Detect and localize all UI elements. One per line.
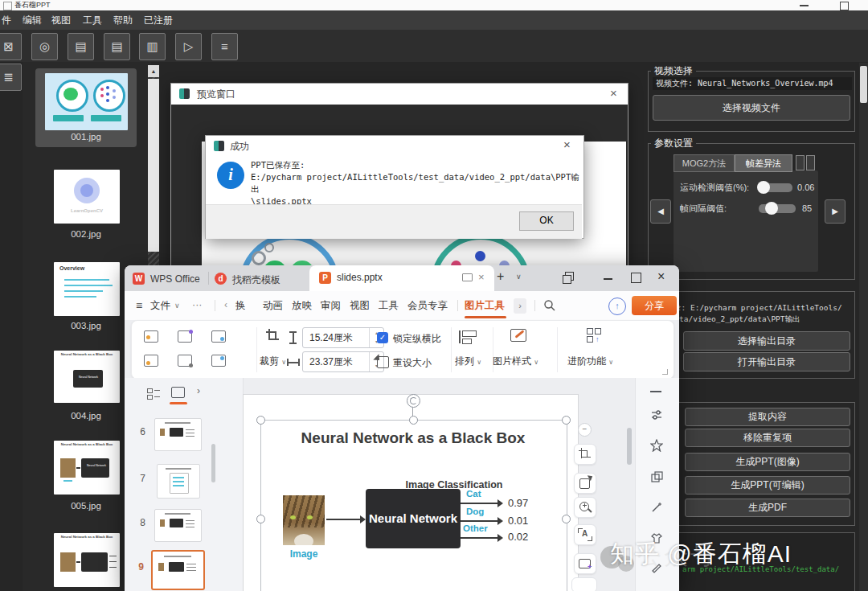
tab-toggle-1[interactable]	[796, 155, 805, 170]
advanced-icon[interactable]: ↑	[587, 328, 601, 342]
dialog-titlebar[interactable]: 成功 ×	[206, 136, 582, 157]
magic-wand-icon[interactable]	[650, 501, 663, 514]
wps-tab-review[interactable]: 审阅	[321, 299, 341, 313]
outline-view-icon[interactable]	[147, 388, 160, 399]
scrollbar-thumb[interactable]	[148, 79, 159, 252]
preview-close-icon[interactable]: ×	[610, 86, 617, 100]
tab-mog2[interactable]: MOG2方法	[674, 154, 735, 172]
wps-tab-slideshow[interactable]: 放映	[292, 299, 312, 313]
slide-thumb-6[interactable]	[154, 418, 202, 451]
thumb-003[interactable]: Overview	[54, 262, 120, 316]
wps-maximize-icon[interactable]	[631, 273, 641, 283]
slider1-knob[interactable]	[757, 181, 770, 194]
thumb-006[interactable]: Neural Network as a Black Box	[54, 533, 120, 587]
shirt-skin-icon[interactable]	[650, 531, 663, 544]
menu-view[interactable]: 视图	[51, 14, 71, 27]
collapse-toolbar-icon[interactable]: −	[578, 423, 592, 437]
remove-duplicates-button[interactable]: 移除重复项	[685, 429, 850, 447]
extract-content-button[interactable]: 提取内容	[685, 408, 850, 426]
reset-size-label[interactable]: 重设大小	[393, 356, 432, 370]
ai-picture-icon[interactable]	[178, 330, 192, 343]
wps-close-icon[interactable]: ×	[657, 269, 665, 284]
cat-image[interactable]	[283, 495, 325, 545]
wps-tab-animation[interactable]: 动画	[263, 299, 283, 313]
hamburger-icon[interactable]: ≡	[136, 299, 142, 312]
maximize-icon[interactable]	[840, 2, 849, 10]
arrange-label[interactable]: 排列 ∨	[455, 355, 481, 368]
side-list-icon[interactable]: ≣	[0, 64, 22, 91]
thumb-004[interactable]: Neural Network as a Black Box Neural Net…	[54, 351, 120, 403]
sidebar-collapse-icon[interactable]	[650, 391, 661, 392]
dialog-close-icon[interactable]: ×	[563, 137, 571, 151]
slide-thumb-8[interactable]	[154, 509, 202, 542]
picture-style-label[interactable]: 图片样式 ∨	[493, 355, 538, 368]
slide-thumb-7[interactable]	[157, 464, 200, 499]
picture-style-icon[interactable]	[510, 329, 526, 342]
tab-close-icon[interactable]: ×	[478, 271, 485, 283]
slide-panel-scrollbar[interactable]	[211, 444, 215, 482]
lock-aspect-checkbox[interactable]: ✓	[377, 332, 388, 343]
picture-fill-icon[interactable]	[144, 355, 158, 367]
settings-sliders-icon[interactable]	[650, 408, 663, 421]
advanced-label[interactable]: 进阶功能 ∨	[567, 355, 613, 368]
more-menu-icon[interactable]: ···	[192, 299, 203, 310]
canvas-scrollbar[interactable]	[627, 428, 632, 465]
close-box-icon[interactable]: ⊠	[0, 33, 22, 60]
selection-handle[interactable]	[562, 515, 571, 523]
record-icon[interactable]: ◎	[31, 33, 58, 60]
menu-help[interactable]: 帮助	[113, 14, 133, 27]
layers-icon[interactable]	[650, 470, 663, 483]
zoom-tool-icon[interactable]	[574, 497, 596, 518]
restore-icon[interactable]	[563, 272, 575, 285]
wps-tab-tools[interactable]: 工具	[379, 299, 399, 313]
picture-edit-tool-icon[interactable]: +	[574, 553, 596, 574]
slide-thumb-9-selected[interactable]	[151, 550, 205, 590]
change-picture-icon[interactable]	[211, 330, 226, 343]
thumb-001[interactable]: 001.jpg	[35, 68, 137, 147]
insert-picture-icon[interactable]	[144, 330, 158, 343]
prev-arrow-button[interactable]: ◀	[650, 199, 671, 224]
chart-columns-icon[interactable]: ▥	[139, 33, 166, 60]
slide-view-icon[interactable]	[171, 387, 185, 398]
tab-wps-office[interactable]: W WPS Office	[129, 269, 205, 289]
ocr-tool-icon[interactable]: A	[574, 524, 596, 545]
ribbon-corner-icon[interactable]	[662, 369, 668, 375]
width-field[interactable]: 23.37厘米 ▴ ▾	[302, 351, 384, 372]
choose-video-button[interactable]: 选择视频文件	[653, 95, 850, 121]
crop-icon[interactable]	[266, 329, 279, 342]
crop-label[interactable]: 裁剪 ∨	[260, 355, 286, 368]
new-tab-icon[interactable]: +	[497, 269, 504, 284]
cloud-upload-icon[interactable]: ↑	[608, 298, 626, 315]
open-output-button[interactable]: 打开输出目录	[683, 352, 850, 371]
menu-edit[interactable]: 编辑	[23, 14, 42, 27]
selection-handle[interactable]	[256, 416, 265, 425]
generate-ppt-editable-button[interactable]: 生成PPT(可编辑)	[685, 476, 850, 495]
arrange-icon[interactable]	[461, 330, 477, 343]
tab-slides-active[interactable]: P slides.pptx ×	[309, 265, 494, 291]
share-button[interactable]: 分享	[632, 296, 677, 315]
ok-button[interactable]: OK	[519, 211, 574, 231]
crop-tool-icon[interactable]	[574, 444, 596, 465]
play-icon[interactable]: ▷	[175, 33, 202, 60]
choose-output-button[interactable]: 选择输出目录	[683, 331, 850, 351]
wps-tab-picture-tool[interactable]: 图片工具	[465, 299, 505, 313]
tab-frame-diff[interactable]: 帧差异法	[735, 154, 792, 172]
next-arrow-button[interactable]: ▶	[825, 199, 845, 224]
selection-handle[interactable]	[409, 416, 418, 425]
list-icon[interactable]: ≡	[211, 33, 238, 60]
generate-ppt-image-button[interactable]: 生成PPT(图像)	[685, 453, 850, 471]
rotation-handle[interactable]	[407, 394, 420, 408]
tab-docer[interactable]: d 找稻壳模板	[211, 269, 295, 289]
pen-tool-icon[interactable]	[650, 560, 663, 573]
scroll-up-icon[interactable]: ▲	[148, 65, 159, 77]
app-scrollbar[interactable]	[859, 63, 868, 591]
menu-registered[interactable]: 已注册	[144, 14, 173, 27]
tab-list-chevron-icon[interactable]: ∨	[516, 273, 522, 281]
height-field[interactable]: 15.24厘米 ▴ ▾	[302, 327, 384, 348]
scroll-left-icon[interactable]: ‹	[224, 299, 227, 310]
rotate-tool-icon[interactable]	[574, 473, 596, 494]
star-icon[interactable]	[650, 439, 663, 452]
selection-handle[interactable]	[256, 515, 265, 523]
nn-box[interactable]: Neural Network	[366, 489, 461, 548]
picture-settings-icon[interactable]	[178, 355, 192, 367]
